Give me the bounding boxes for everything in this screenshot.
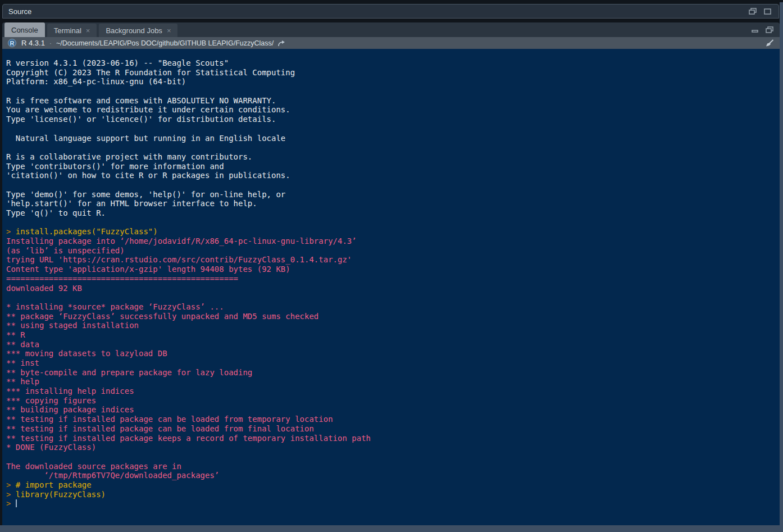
console-text: ** using staged installation xyxy=(6,321,139,330)
console-text: *** installing help indices xyxy=(6,387,134,395)
console-line: *** installing help indices xyxy=(6,387,780,396)
working-directory-path: ~/Documents/LEAPIG/Pos DOC/github/GITHUB… xyxy=(56,39,274,47)
console-line: Type 'q()' to quit R. xyxy=(6,208,780,218)
console-text: Type 'contributors()' for more informati… xyxy=(6,162,224,171)
console-text: ** building package indices xyxy=(6,405,134,414)
console-line: *** copying figures xyxy=(6,396,780,406)
tab-background-jobs[interactable]: Background Jobs × xyxy=(99,24,177,37)
console-text: Type 'demo()' for some demos, 'help()' f… xyxy=(6,190,285,199)
console-line: Platform: x86_64-pc-linux-gnu (64-bit) xyxy=(6,77,780,87)
console-text: trying URL 'https://cran.rstudio.com/src… xyxy=(6,255,352,264)
console-text: ** help xyxy=(6,377,39,386)
window-restore-icon[interactable] xyxy=(747,7,758,16)
close-icon[interactable]: × xyxy=(86,27,90,34)
console-text: Copyright (C) 2023 The R Foundation for … xyxy=(6,68,295,77)
console-line: R version 4.3.1 (2023-06-16) -- "Beagle … xyxy=(6,58,780,68)
console-prompt: > xyxy=(6,490,16,499)
window-restore-icon[interactable] xyxy=(764,25,775,34)
console-text: Platform: x86_64-pc-linux-gnu (64-bit) xyxy=(6,77,186,86)
tab-terminal-label: Terminal xyxy=(54,26,81,35)
goto-directory-arrow-icon[interactable] xyxy=(277,40,286,47)
tab-console[interactable]: Console xyxy=(4,22,45,37)
console-text: Type 'q()' to quit R. xyxy=(6,208,106,217)
console-line: ** help xyxy=(6,377,780,387)
source-pane-header[interactable]: Source xyxy=(2,4,779,19)
console-line: ** using staged installation xyxy=(6,321,780,330)
tab-terminal[interactable]: Terminal × xyxy=(47,24,97,37)
console-line xyxy=(6,143,780,152)
console-text: library(FuzzyClass) xyxy=(16,490,106,499)
console-text: ‘/tmp/Rtmp6TV7Qe/downloaded_packages’ xyxy=(6,471,219,480)
console-text: ** inst xyxy=(6,358,39,367)
console-line: ** data xyxy=(6,340,780,349)
console-text: Installing package into ‘/home/jodavidf/… xyxy=(6,237,357,245)
console-line: downloaded 92 KB xyxy=(6,284,780,293)
console-line: 'citation()' on how to cite R or R packa… xyxy=(6,171,780,180)
console-line xyxy=(6,218,780,228)
console-line: ** testing if installed package can be l… xyxy=(6,415,780,424)
tab-background-jobs-label: Background Jobs xyxy=(106,26,162,35)
console-text: * DONE (FuzzyClass) xyxy=(6,443,96,452)
console-line: R is a collaborative project with many c… xyxy=(6,152,780,162)
console-text: ** testing if installed package can be l… xyxy=(6,424,314,433)
source-pane-title: Source xyxy=(8,7,31,16)
console-line: Copyright (C) 2023 The R Foundation for … xyxy=(6,68,780,78)
console-line: ** R xyxy=(6,330,780,340)
console-line: ** package ‘FuzzyClass’ successfully unp… xyxy=(6,312,780,321)
console-text: The downloaded source packages are in xyxy=(6,462,181,471)
console-line: * DONE (FuzzyClass) xyxy=(6,443,780,452)
console-line: The downloaded source packages are in xyxy=(6,462,780,471)
window-resize-edge-right xyxy=(780,2,783,532)
console-text: downloaded 92 KB xyxy=(6,284,82,293)
console-output[interactable]: R version 4.3.1 (2023-06-16) -- "Beagle … xyxy=(2,49,780,525)
console-pane-tabbar: Console Terminal × Background Jobs × xyxy=(2,22,780,37)
console-prompt: > xyxy=(6,499,16,508)
console-line: Content type 'application/x-gzip' length… xyxy=(6,265,780,274)
console-text: install.packages("FuzzyClass") xyxy=(16,227,158,236)
tab-console-label: Console xyxy=(11,26,38,34)
console-line xyxy=(6,293,780,302)
console-toolbar: R R 4.3.1 · ~/Documents/LEAPIG/Pos DOC/g… xyxy=(2,37,780,49)
console-text: ** data xyxy=(6,340,39,349)
console-text: ** byte-compile and prepare package for … xyxy=(6,368,252,377)
console-line: ** testing if installed package keeps a … xyxy=(6,434,780,443)
console-line: > library(FuzzyClass) xyxy=(6,490,780,499)
console-text: Natural language support but running in … xyxy=(6,134,285,143)
close-icon[interactable]: × xyxy=(167,27,171,34)
horizontal-scrollbar-track[interactable] xyxy=(0,525,783,532)
console-line: ** testing if installed package can be l… xyxy=(6,424,780,434)
console-line: * installing *source* package ‘FuzzyClas… xyxy=(6,302,780,312)
console-line: > # import package xyxy=(6,480,780,490)
console-prompt: > xyxy=(6,227,16,236)
console-text: *** moving datasets to lazyload DB xyxy=(6,349,167,358)
console-line: > xyxy=(6,499,780,508)
console-text: You are welcome to redistribute it under… xyxy=(6,105,290,114)
window-maximize-icon[interactable] xyxy=(762,7,773,16)
console-line xyxy=(6,87,780,96)
console-line: (as ‘lib’ is unspecified) xyxy=(6,246,780,256)
console-line: *** moving datasets to lazyload DB xyxy=(6,349,780,358)
console-line xyxy=(6,180,780,190)
console-text: ** testing if installed package can be l… xyxy=(6,415,333,424)
console-line xyxy=(6,452,780,462)
console-line: Type 'demo()' for some demos, 'help()' f… xyxy=(6,190,780,199)
console-text: 'citation()' on how to cite R or R packa… xyxy=(6,171,290,180)
console-text: ** package ‘FuzzyClass’ successfully unp… xyxy=(6,312,318,321)
console-text: # import package xyxy=(16,480,92,489)
console-line: R is free software and comes with ABSOLU… xyxy=(6,96,780,106)
console-line: You are welcome to redistribute it under… xyxy=(6,105,780,115)
console-text: R is a collaborative project with many c… xyxy=(6,152,252,161)
console-line: ‘/tmp/Rtmp6TV7Qe/downloaded_packages’ xyxy=(6,471,780,480)
console-text: Content type 'application/x-gzip' length… xyxy=(6,265,290,274)
window-minimize-icon[interactable] xyxy=(749,25,761,34)
clear-console-broom-icon[interactable] xyxy=(765,39,774,47)
console-line: > install.packages("FuzzyClass") xyxy=(6,227,780,237)
separator-dot-icon: · xyxy=(49,39,52,47)
text-cursor xyxy=(16,499,17,507)
console-line xyxy=(6,124,780,134)
console-line: 'help.start()' for an HTML browser inter… xyxy=(6,199,780,208)
console-text: ** testing if installed package keeps a … xyxy=(6,434,371,443)
r-logo-icon: R xyxy=(8,39,16,47)
console-text: *** copying figures xyxy=(6,396,96,405)
tabbar-window-buttons xyxy=(746,22,775,37)
